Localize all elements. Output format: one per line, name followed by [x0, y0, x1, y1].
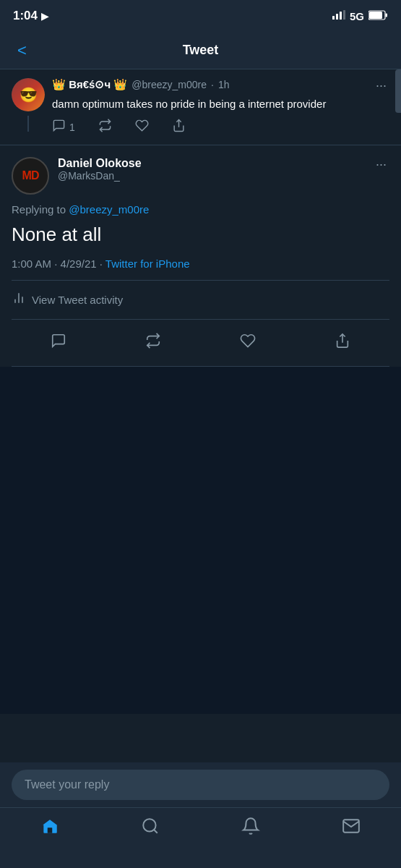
reply-action[interactable]: 1: [52, 119, 75, 136]
main-tweet-more-button[interactable]: ···: [373, 157, 389, 172]
main-like-button[interactable]: [228, 327, 267, 359]
svg-point-13: [48, 823, 51, 826]
tweet-source-link[interactable]: Twitter for iPhone: [105, 258, 190, 270]
main-tweet-text: None at all: [12, 223, 389, 247]
svg-rect-0: [332, 16, 335, 20]
svg-line-15: [154, 830, 158, 833]
status-bar: 1:04 ▶ 5G: [0, 0, 401, 32]
tweet-source-separator: ·: [100, 258, 105, 270]
nav-tab-messages[interactable]: [333, 817, 369, 838]
tweet-timestamp: 1:00 AM · 4/29/21: [12, 258, 97, 270]
share-action[interactable]: [172, 119, 186, 136]
nav-bar: < Tweet: [0, 32, 401, 69]
original-tweet-time: 1h: [218, 79, 230, 90]
location-icon: ▶: [41, 11, 48, 22]
bottom-nav: [0, 807, 401, 868]
original-tweet-more-button[interactable]: ···: [373, 78, 389, 93]
scroll-indicator[interactable]: [395, 69, 401, 113]
main-tweet-user: MD Daniel Olokose @MarksDan_: [12, 157, 142, 195]
empty-area: [0, 367, 401, 714]
svg-rect-2: [340, 12, 342, 20]
main-reply-button[interactable]: [39, 327, 78, 359]
signal-icon: [332, 10, 345, 22]
share-icon: [172, 119, 186, 136]
original-tweet-text: damn optimum takes no pride in being a i…: [52, 96, 389, 111]
status-time: 1:04 ▶: [13, 9, 48, 23]
reply-icon: [52, 119, 66, 136]
status-icons: 5G: [332, 10, 388, 22]
nav-tab-home[interactable]: [32, 817, 68, 838]
svg-rect-1: [336, 14, 338, 20]
battery-icon: [368, 10, 388, 22]
reply-input-bar: Tweet your reply: [0, 762, 401, 807]
nav-tab-search[interactable]: [132, 817, 168, 838]
main-tweet-display-name[interactable]: Daniel Olokose: [58, 157, 142, 170]
original-tweet-handle[interactable]: @breezy_m00re: [131, 79, 207, 90]
original-tweet-name[interactable]: 👑 Вя€ś⊙ч 👑: [52, 78, 127, 91]
main-name-area: Daniel Olokose @MarksDan_: [58, 157, 142, 182]
original-tweet-avatar[interactable]: 😎: [12, 78, 45, 111]
svg-rect-6: [386, 13, 388, 17]
view-activity-label: View Tweet activity: [32, 294, 123, 306]
network-label: 5G: [350, 10, 364, 22]
main-tweet: MD Daniel Olokose @MarksDan_ ··· Replyin…: [0, 145, 401, 367]
tweet-left-col: 😎: [12, 78, 45, 136]
view-tweet-activity[interactable]: View Tweet activity: [12, 281, 389, 320]
page-title: Tweet: [183, 43, 219, 58]
reply-input[interactable]: Tweet your reply: [12, 770, 389, 800]
tweet-user-info: 👑 Вя€ś⊙ч 👑 @breezy_m00re · 1h: [52, 78, 230, 91]
main-tweet-actions: [12, 320, 389, 367]
main-tweet-header: MD Daniel Olokose @MarksDan_ ···: [12, 157, 389, 195]
search-icon: [141, 817, 160, 838]
back-button[interactable]: <: [12, 38, 33, 63]
tweet-meta: 1:00 AM · 4/29/21 · Twitter for iPhone: [12, 258, 389, 281]
main-tweet-handle[interactable]: @MarksDan_: [58, 170, 142, 182]
svg-point-14: [143, 819, 155, 831]
svg-rect-5: [369, 12, 382, 19]
time-display: 1:04: [13, 9, 38, 23]
replying-to-handle[interactable]: @breezy_m00re: [69, 203, 149, 216]
tweet-right-col: 👑 Вя€ś⊙ч 👑 @breezy_m00re · 1h ··· damn o…: [52, 78, 389, 136]
main-retweet-button[interactable]: [134, 327, 173, 359]
svg-rect-3: [343, 10, 345, 20]
home-icon: [40, 817, 59, 838]
retweet-action[interactable]: [98, 119, 112, 136]
nav-tab-notifications[interactable]: [233, 817, 269, 838]
mail-icon: [342, 817, 361, 838]
bell-icon: [241, 817, 260, 838]
like-action[interactable]: [135, 119, 149, 136]
main-share-button[interactable]: [323, 327, 362, 359]
tweet-header: 👑 Вя€ś⊙ч 👑 @breezy_m00re · 1h ···: [52, 78, 389, 93]
original-tweet: 😎 👑 Вя€ś⊙ч 👑 @breezy_m00re · 1h ··· damn…: [0, 69, 401, 145]
main-tweet-avatar[interactable]: MD: [12, 157, 49, 195]
tweet-separator: ·: [211, 79, 214, 90]
thread-line: [27, 116, 29, 132]
retweet-icon: [98, 119, 112, 136]
like-icon: [135, 119, 149, 136]
original-tweet-actions: 1: [52, 119, 389, 136]
reply-count: 1: [69, 122, 75, 133]
bar-chart-icon: [12, 291, 26, 309]
svg-rect-12: [48, 827, 53, 833]
replying-to-line: Replying to @breezy_m00re: [12, 203, 389, 216]
